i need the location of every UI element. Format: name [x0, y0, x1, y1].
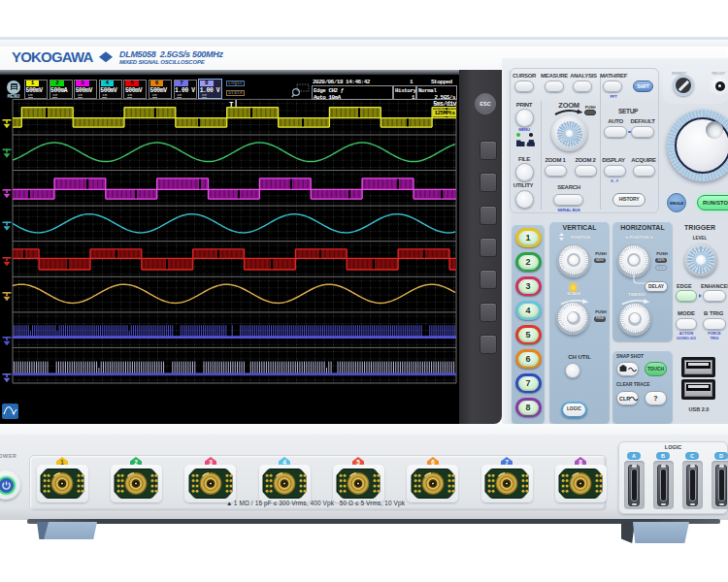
svg-text:CLR: CLR	[619, 396, 630, 402]
svg-text:T: T	[229, 101, 234, 109]
